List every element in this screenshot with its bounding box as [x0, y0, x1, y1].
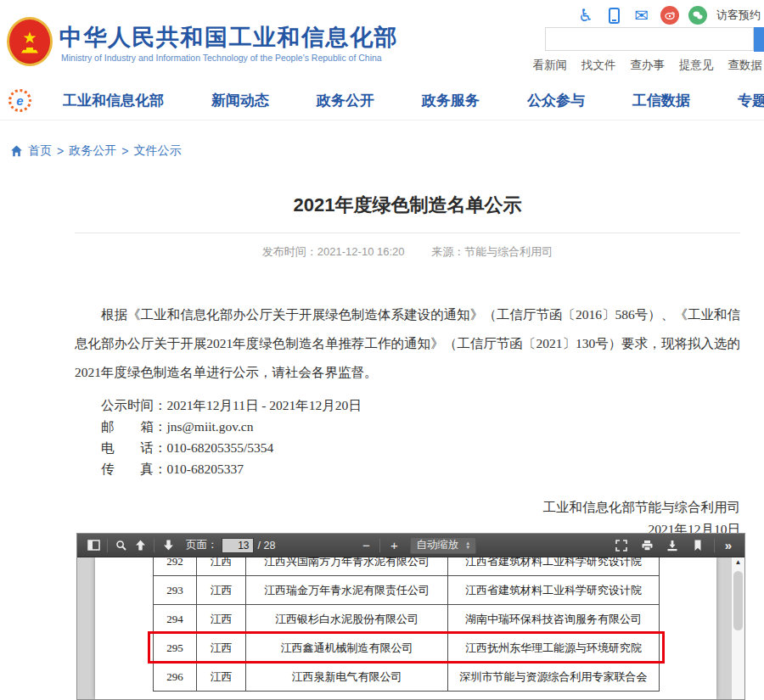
page-up-icon[interactable] [131, 536, 149, 555]
header-right: ♿ ✉ 访客预约 [535, 0, 764, 81]
site-title: 中华人民共和国工业和信息化部 [59, 22, 398, 53]
table-row: 296 江西 江西泉新电气有限公司 深圳市节能与资源综合利用专家联合会 [153, 663, 660, 692]
zoom-scale-select[interactable]: 自动缩放 ▲▼ [410, 537, 476, 554]
contact-fax: 传 真：010-68205337 [75, 458, 740, 479]
cell-no: 293 [153, 576, 197, 605]
cell-province: 江西 [197, 576, 246, 605]
page: ★ 中华人民共和国工业和信息化部 Ministry of Industry an… [0, 0, 764, 700]
table-row-highlighted: 295 江西 江西鑫通机械制造有限公司 江西抚州东华理工能源与环境研究院 [153, 634, 660, 663]
article: 2021年度绿色制造名单公示 发布时间：2021-12-10 16:20 来源：… [75, 193, 740, 540]
search-button[interactable] [754, 27, 764, 52]
cell-province: 江西 [197, 663, 246, 692]
nav-items: 工业和信息化部 新闻动态 政务公开 政务服务 公众参与 工信数据 专题 [63, 91, 764, 110]
zoom-scale-value: 自动缩放 [416, 538, 458, 552]
more-tools-button[interactable]: » [719, 536, 738, 555]
gear-logo-icon: e [8, 89, 31, 112]
wechat-icon[interactable] [688, 6, 707, 25]
cell-province: 江西 [197, 605, 246, 634]
mobile-icon[interactable] [604, 6, 623, 25]
breadcrumb: 首页 > 政务公开 > 文件公示 [10, 143, 764, 159]
cell-no: 295 [153, 634, 197, 663]
quick-link-data[interactable]: 查数据 [728, 58, 763, 73]
nav-item-public[interactable]: 公众参与 [527, 91, 585, 110]
quick-link-suggest[interactable]: 提意见 [679, 58, 714, 73]
cell-org: 湖南中瑞环保科技咨询服务有限公司 [448, 605, 660, 634]
nav-item-gov-open[interactable]: 政务公开 [317, 91, 374, 110]
breadcrumb-gov-open[interactable]: 政务公开 [69, 143, 116, 159]
page-label: 页面： [186, 538, 218, 552]
breadcrumb-separator: > [121, 144, 128, 158]
download-icon[interactable] [663, 536, 682, 555]
visitor-appointment-link[interactable]: 访客预约 [716, 8, 761, 23]
green-manufacturing-table: 292 江西 江西兴国南方万年青水泥有限公司 江西省建筑材料工业科学研究设计院 … [153, 557, 660, 692]
pdf-viewer: 页面： / 28 − + 自动缩放 ▲▼ [76, 533, 745, 700]
nav-item-topics[interactable]: 专题 [738, 91, 764, 110]
nav-item-news[interactable]: 新闻动态 [211, 91, 269, 110]
page-number-input[interactable] [222, 538, 254, 553]
mail-icon[interactable]: ✉ [632, 6, 651, 25]
home-icon [10, 145, 23, 157]
cell-province: 江西 [197, 634, 246, 663]
contact-info: 公示时间：2021年12月11日 - 2021年12月20日 邮 箱：jns@m… [75, 395, 740, 479]
quick-links: 看新闻 找文件 查办事 提意见 查数据 [533, 58, 763, 73]
table-row: 292 江西 江西兴国南方万年青水泥有限公司 江西省建筑材料工业科学研究设计院 [153, 557, 660, 576]
quick-link-files[interactable]: 找文件 [581, 58, 616, 73]
pdf-toolbar: 页面： / 28 − + 自动缩放 ▲▼ [77, 534, 744, 557]
pdf-page: 292 江西 江西兴国南方万年青水泥有限公司 江西省建筑材料工业科学研究设计院 … [95, 557, 716, 699]
presentation-mode-icon[interactable] [612, 536, 631, 555]
select-arrows-icon: ▲▼ [465, 541, 470, 550]
cell-company: 江西兴国南方万年青水泥有限公司 [246, 557, 448, 576]
cell-org: 江西抚州东华理工能源与环境研究院 [448, 634, 660, 663]
breadcrumb-home[interactable]: 首页 [28, 143, 52, 159]
cell-no: 292 [153, 557, 197, 576]
pdf-document-area: 292 江西 江西兴国南方万年青水泥有限公司 江西省建筑材料工业科学研究设计院 … [77, 557, 744, 699]
publish-time: 发布时间：2021-12-10 16:20 [262, 245, 405, 258]
cell-company: 江西鑫通机械制造有限公司 [246, 634, 448, 663]
contact-email: 邮 箱：jns@miit.gov.cn [75, 416, 740, 437]
page-total: / 28 [258, 540, 276, 552]
title-divider [75, 232, 740, 233]
search-icon[interactable] [112, 536, 131, 555]
contact-phone: 电 话：010-68205355/5354 [75, 437, 740, 458]
nav-item-data[interactable]: 工信数据 [632, 91, 690, 110]
accessibility-icon[interactable]: ♿ [576, 6, 595, 25]
pdf-scrollbar[interactable]: ▲ [731, 557, 744, 699]
page-down-icon[interactable] [159, 536, 177, 555]
search-bar [545, 27, 764, 52]
scrollbar-thumb[interactable] [733, 571, 743, 630]
weibo-icon[interactable] [660, 6, 679, 25]
cell-org: 江西省建筑材料工业科学研究设计院 [448, 576, 660, 605]
quick-link-affairs[interactable]: 查办事 [631, 58, 666, 73]
breadcrumb-separator: > [57, 144, 64, 158]
cell-company: 江西银杉白水泥股份有限公司 [246, 605, 448, 634]
bookmark-icon[interactable] [688, 536, 707, 555]
nav-item-ministry[interactable]: 工业和信息化部 [63, 91, 164, 110]
site-header: ★ 中华人民共和国工业和信息化部 Ministry of Industry an… [0, 0, 764, 81]
main-nav: e 工业和信息化部 新闻动态 政务公开 政务服务 公众参与 工信数据 专题 [0, 81, 764, 120]
table-row: 294 江西 江西银杉白水泥股份有限公司 湖南中瑞环保科技咨询服务有限公司 [153, 605, 660, 634]
zoom-in-button[interactable]: + [385, 536, 403, 555]
site-subtitle: Ministry of Industry and Information Tec… [61, 53, 382, 63]
cell-org: 深圳市节能与资源综合利用专家联合会 [448, 663, 660, 692]
print-icon[interactable] [638, 536, 656, 555]
scroll-up-icon[interactable]: ▲ [732, 558, 744, 566]
page-title: 2021年度绿色制造名单公示 [75, 193, 740, 218]
emblem-gate-icon [21, 48, 38, 53]
table-row: 293 江西 江西瑞金万年青水泥有限责任公司 江西省建筑材料工业科学研究设计院 [153, 576, 660, 605]
nav-item-gov-service[interactable]: 政务服务 [422, 91, 480, 110]
article-paragraph: 根据《工业和信息化部办公厅关于开展绿色制造体系建设的通知》（工信厅节函〔2016… [75, 300, 740, 387]
article-meta: 发布时间：2021-12-10 16:20 来源：节能与综合利用司 [75, 244, 740, 260]
notice-period: 公示时间：2021年12月11日 - 2021年12月20日 [75, 395, 740, 416]
zoom-out-button[interactable]: − [357, 536, 375, 555]
cell-no: 296 [153, 663, 197, 692]
emblem-star-icon: ★ [22, 31, 37, 46]
search-input[interactable] [545, 27, 754, 51]
cell-company: 江西瑞金万年青水泥有限责任公司 [246, 576, 448, 605]
signature-department: 工业和信息化部节能与综合利用司 [75, 496, 740, 518]
breadcrumb-file-notice[interactable]: 文件公示 [133, 143, 181, 159]
cell-no: 294 [153, 605, 197, 634]
sidebar-toggle-icon[interactable] [84, 536, 103, 555]
national-emblem-logo: ★ [7, 17, 53, 66]
quick-link-news[interactable]: 看新闻 [533, 58, 568, 73]
cell-org: 江西省建筑材料工业科学研究设计院 [448, 557, 660, 576]
